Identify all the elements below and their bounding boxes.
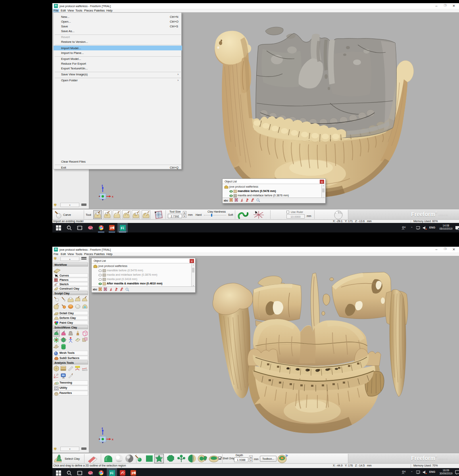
svg-text:R: R (404, 226, 406, 228)
svg-text:z: z (102, 427, 103, 430)
svg-text:x: x (112, 438, 113, 441)
svg-text:z: z (102, 184, 103, 187)
svg-text:P: P (132, 471, 134, 475)
svg-text:Fi: Fi (110, 471, 113, 475)
svg-text:R: R (404, 470, 406, 473)
svg-text:x: x (112, 195, 113, 198)
svg-text:P: P (110, 226, 113, 230)
svg-text:Fi: Fi (121, 226, 124, 230)
